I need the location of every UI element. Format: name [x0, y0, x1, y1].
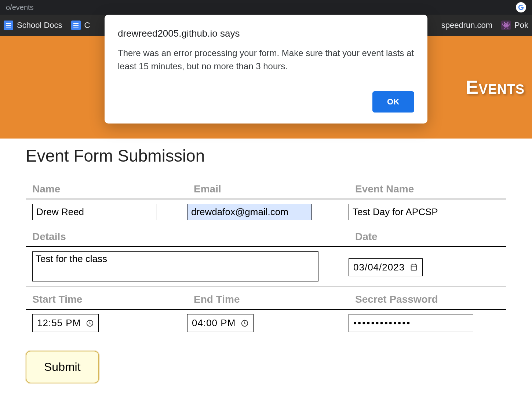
form-header-row-1: Name Email Event Name	[26, 177, 506, 199]
label-start-time: Start Time	[26, 294, 82, 305]
label-name: Name	[26, 183, 60, 195]
form-header-row-3: Start Time End Time Secret Password	[26, 287, 506, 310]
bookmark-label: speedrun.com	[441, 21, 492, 30]
google-docs-icon	[4, 21, 13, 30]
bookmark-label: Pok	[514, 21, 528, 30]
alert-dialog: drewreed2005.github.io says There was an…	[105, 15, 427, 124]
label-event-name: Event Name	[349, 183, 414, 195]
bookmark-pok[interactable]: 👾 Pok	[501, 21, 528, 30]
event-form: Name Email Event Name Details Date Test …	[26, 177, 506, 336]
date-value: 03/04/2023	[353, 262, 405, 273]
main-content: Event Form Submission Name Email Event N…	[0, 139, 532, 391]
nav-link-events[interactable]: Events	[466, 76, 525, 98]
alert-message: There was an error processing your form.…	[118, 47, 414, 73]
end-time-value: 04:00 PM	[192, 317, 236, 329]
bookmark-label: C	[84, 21, 90, 30]
pokemon-favicon-icon: 👾	[501, 21, 511, 30]
bookmark-speedrun[interactable]: speedrun.com	[441, 21, 492, 30]
browser-url-bar: o/events	[0, 0, 532, 15]
google-account-icon[interactable]	[516, 2, 526, 12]
label-secret-password: Secret Password	[349, 294, 438, 305]
start-time-value: 12:55 PM	[37, 317, 81, 329]
password-mask: •••••••••••••	[353, 317, 411, 328]
event-name-input[interactable]	[349, 204, 473, 220]
bookmark-school-docs[interactable]: School Docs	[4, 21, 62, 30]
form-input-row-3: 12:55 PM 04:00 PM •••••••••••••	[26, 310, 506, 336]
form-input-row-2: Test for the class 03/04/2023	[26, 247, 506, 287]
bookmark-item-partial[interactable]: C	[71, 21, 90, 30]
alert-title: drewreed2005.github.io says	[118, 28, 414, 39]
label-details: Details	[26, 231, 66, 242]
label-email: Email	[187, 183, 221, 195]
calendar-icon	[410, 263, 418, 271]
google-docs-icon	[71, 21, 81, 30]
alert-ok-button[interactable]: OK	[372, 91, 414, 113]
form-input-row-1	[26, 199, 506, 224]
submit-button[interactable]: Submit	[26, 351, 99, 383]
name-input[interactable]	[32, 204, 157, 220]
start-time-input[interactable]: 12:55 PM	[32, 314, 99, 332]
end-time-input[interactable]: 04:00 PM	[187, 314, 254, 332]
label-end-time: End Time	[187, 294, 240, 305]
url-fragment: o/events	[6, 3, 34, 12]
label-date: Date	[349, 231, 378, 242]
date-input[interactable]: 03/04/2023	[349, 258, 423, 276]
bookmark-label: School Docs	[17, 21, 62, 30]
email-input[interactable]	[187, 204, 312, 220]
clock-icon	[86, 319, 94, 327]
details-input[interactable]: Test for the class	[32, 251, 318, 281]
clock-icon	[241, 319, 249, 327]
form-header-row-2: Details Date	[26, 224, 506, 247]
page-title: Event Form Submission	[26, 146, 506, 166]
password-input[interactable]: •••••••••••••	[349, 314, 473, 332]
